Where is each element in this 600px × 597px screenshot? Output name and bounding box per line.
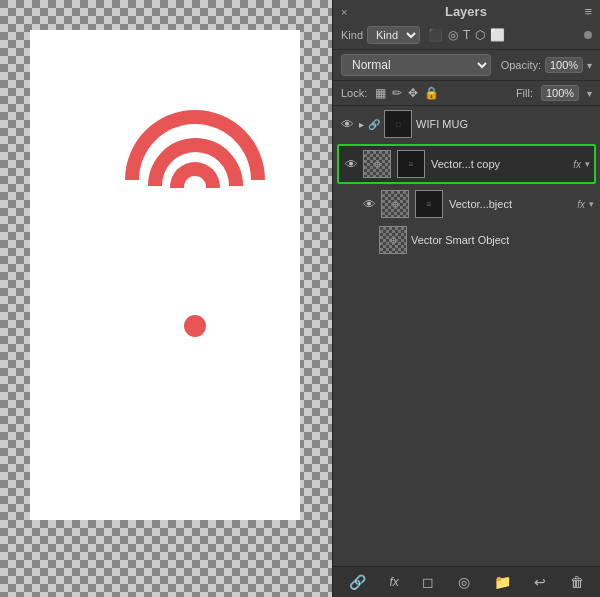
fx-arrow-vector-obj: ▾: [589, 199, 594, 209]
fill-label: Fill:: [516, 87, 533, 99]
layer-name-wifi-mug: WIFI MUG: [416, 118, 594, 130]
mug-base: [130, 359, 260, 369]
layer-thumb-vector-copy-1: ⊞: [363, 150, 391, 178]
layer-vector-obj[interactable]: 👁 ⊞ ≡ Vector...bject fx ▾: [333, 186, 600, 222]
layer-name-smart: Vector Smart Object: [411, 234, 594, 246]
layer-thumb-vector-copy-2: ≡: [397, 150, 425, 178]
mug-line: [125, 377, 285, 383]
fill-value[interactable]: 100%: [541, 85, 579, 101]
layer-name-vector-copy: Vector...t copy: [431, 158, 569, 170]
kind-icons: ⬛ ◎ T ⬡ ⬜: [428, 28, 505, 42]
eye-icon-vector-copy[interactable]: 👁: [343, 157, 359, 172]
panel-title: Layers: [445, 4, 487, 19]
opacity-arrow: ▾: [587, 60, 592, 71]
blend-row: Normal Opacity: 100% ▾: [333, 50, 600, 81]
eye-icon-vector-obj[interactable]: 👁: [361, 197, 377, 212]
folder-toolbar-btn[interactable]: 📁: [490, 572, 515, 592]
mug-body: [140, 282, 250, 357]
layer-vector-smart[interactable]: ⊞ Vector Smart Object: [333, 222, 600, 258]
layer-thumb-vector-obj-1: ⊞: [381, 190, 409, 218]
smart-icon: ⬜: [490, 28, 505, 42]
shape-icon: ⬡: [475, 28, 485, 42]
link-toolbar-btn[interactable]: 🔗: [345, 572, 370, 592]
layers-panel: × Layers ≡ Kind Kind ⬛ ◎ T ⬡ ⬜ Normal Op…: [332, 0, 600, 597]
kind-label: Kind: [341, 29, 363, 41]
layer-name-vector-obj: Vector...bject: [449, 198, 573, 210]
layer-wifi-mug[interactable]: 👁 ▸ 🔗 □ WIFI MUG: [333, 106, 600, 142]
layer-thumb-wifi-mug: □: [384, 110, 412, 138]
panel-top-bar: × Layers ≡: [333, 0, 600, 21]
folder-arrow-wifi-mug: ▸: [359, 119, 364, 130]
panel-toolbar: 🔗 fx ◻ ◎ 📁 ↩ 🗑: [333, 566, 600, 597]
lock-lock-icon[interactable]: 🔒: [424, 86, 439, 100]
wifi-arcs: [115, 110, 275, 210]
kind-dot: [584, 31, 592, 39]
panel-close-btn[interactable]: ×: [341, 6, 347, 18]
lock-move-icon[interactable]: ✥: [408, 86, 418, 100]
lock-label: Lock:: [341, 87, 367, 99]
adjust-toolbar-btn[interactable]: ◎: [454, 572, 474, 592]
opacity-label: Opacity:: [501, 59, 541, 71]
fill-arrow: ▾: [587, 88, 592, 99]
lock-brush-icon[interactable]: ✏: [392, 86, 402, 100]
lock-row: Lock: ▦ ✏ ✥ 🔒 Fill: 100% ▾: [333, 81, 600, 106]
fx-label-vector-copy: fx: [573, 159, 581, 170]
layer-thumb-smart: ⊞: [379, 226, 407, 254]
pixel-icon: ⬛: [428, 28, 443, 42]
blend-mode-dropdown[interactable]: Normal: [341, 54, 491, 76]
mask-toolbar-btn[interactable]: ◻: [418, 572, 438, 592]
lock-checkerboard-icon[interactable]: ▦: [375, 86, 386, 100]
mug-icon: [125, 270, 265, 383]
delete-toolbar-btn[interactable]: 🗑: [566, 572, 588, 592]
mug-rim: [130, 270, 260, 282]
panel-menu-btn[interactable]: ≡: [584, 4, 592, 19]
adjust-icon: ◎: [448, 28, 458, 42]
kind-row: Kind Kind ⬛ ◎ T ⬡ ⬜: [333, 21, 600, 50]
canvas-white: [30, 30, 300, 520]
fx-label-vector-obj: fx: [577, 199, 585, 210]
newlayer-toolbar-btn[interactable]: ↩: [530, 572, 550, 592]
layer-thumb-vector-obj-2: ≡: [415, 190, 443, 218]
opacity-value[interactable]: 100%: [545, 57, 583, 73]
kind-dropdown[interactable]: Kind: [367, 26, 420, 44]
link-icon-wifi-mug: 🔗: [368, 119, 380, 130]
text-icon: T: [463, 28, 470, 42]
layers-list: 👁 ▸ 🔗 □ WIFI MUG 👁 ⊞ ≡ Vector...t copy f…: [333, 106, 600, 566]
fx-arrow-vector-copy: ▾: [585, 159, 590, 169]
fx-toolbar-btn[interactable]: fx: [385, 573, 402, 591]
eye-icon-wifi-mug[interactable]: 👁: [339, 117, 355, 132]
layer-vector-copy[interactable]: 👁 ⊞ ≡ Vector...t copy fx ▾: [337, 144, 596, 184]
lock-icons: ▦ ✏ ✥ 🔒: [375, 86, 439, 100]
canvas-area: [0, 0, 335, 597]
